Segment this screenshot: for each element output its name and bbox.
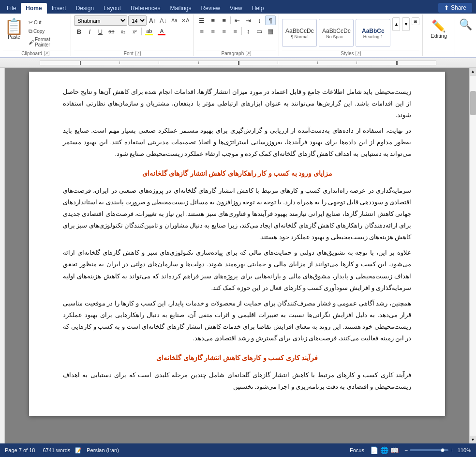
subscript-button[interactable]: x₂: [118, 27, 128, 36]
multilevel-button[interactable]: ≡: [219, 15, 229, 25]
font-color-button[interactable]: A: [156, 27, 167, 36]
search-icon: 🔍: [459, 18, 472, 31]
ruler: [0, 58, 476, 68]
styles-expand-icon[interactable]: ↗: [356, 51, 361, 56]
style-normal[interactable]: AaBbCcDc ¶ Normal: [282, 19, 317, 47]
paragraph-6: فرآیند کاری کسب و کارهای مرتبط با کاهش ا…: [63, 369, 411, 393]
align-left-button[interactable]: ≡: [196, 26, 207, 36]
cut-button[interactable]: ✂Cut: [26, 18, 68, 27]
font-group: Shabnam 14 A↑ A↓ Aa ✕A B I U ab x₂ x² ab…: [71, 15, 193, 56]
word-count: 6741 words: [43, 447, 70, 453]
tab-insert[interactable]: Insert: [47, 3, 71, 14]
zoom-controls: − + 110%: [404, 447, 471, 454]
paragraph-3: سرمایه‌گذاری در عرصه راه‌اندازی کسب و کا…: [63, 185, 411, 243]
proofing-icon[interactable]: 📝: [75, 447, 82, 454]
zoom-slider-track[interactable]: [410, 449, 448, 451]
line-spacing-button[interactable]: ↕: [243, 26, 253, 36]
paragraph-1: زیست‌محیطی باید شامل اطلاعات جامع و قابل…: [63, 86, 411, 121]
superscript-button[interactable]: x²: [129, 27, 140, 36]
styles-scroll-up[interactable]: ▲: [392, 17, 400, 31]
font-clear-button[interactable]: ✕A: [180, 16, 190, 26]
paste-button[interactable]: 📋 Paste: [3, 16, 25, 45]
numbering-button[interactable]: ≡: [208, 15, 218, 25]
style-heading1[interactable]: AaBbCc Heading 1: [356, 19, 390, 47]
underline-button[interactable]: U: [95, 27, 105, 36]
tab-references[interactable]: References: [126, 3, 165, 14]
sort-button[interactable]: ↕: [254, 15, 265, 25]
strikethrough-button[interactable]: ab: [106, 27, 117, 36]
heading-1: مزایای ورود به کسب و کار راهکارهای کاهش …: [63, 168, 411, 180]
ribbon-tabs-bar: File Home Insert Design Layout Reference…: [0, 0, 476, 14]
tab-view[interactable]: View: [225, 3, 247, 14]
web-view-button[interactable]: 🌐: [380, 446, 388, 454]
font-size-select[interactable]: 14: [128, 15, 147, 26]
heading-2: فرآیند کاری کسب و کارهای کاهش انتشار گاز…: [63, 352, 411, 365]
read-view-button[interactable]: 📖: [390, 446, 399, 454]
focus-button[interactable]: Focus: [350, 447, 364, 453]
font-case-button[interactable]: Aa: [169, 16, 179, 26]
tab-review[interactable]: Review: [196, 3, 224, 14]
borders-button[interactable]: ▦: [265, 26, 276, 36]
align-right-button[interactable]: ≡: [219, 26, 229, 36]
scroll-up-arrow[interactable]: ▲: [470, 68, 476, 76]
share-button[interactable]: ⬆ Share: [438, 3, 472, 13]
view-modes: 📄 🌐 📖: [370, 446, 399, 454]
copy-button[interactable]: ⧉Copy: [26, 27, 68, 35]
paragraph-2: در نهایت، استفاده از داده‌های به‌دست‌آمد…: [63, 125, 411, 160]
clipboard-group: 📋 Paste ✂Cut ⧉Copy 🖌Format Painter Clipb…: [0, 15, 71, 56]
shading-button[interactable]: ▭: [254, 26, 265, 36]
bullets-button[interactable]: ☰: [196, 15, 207, 25]
zoom-in-button[interactable]: +: [450, 447, 454, 454]
paragraph-group: ☰ ≡ ≡ ⇤ ⇥ ↕ ¶ ≡ ≡ ≡ ≡ ↕ ▭ ▦ Paragraph ↗: [193, 15, 279, 56]
zoom-out-button[interactable]: −: [404, 447, 408, 454]
document-scroll-area[interactable]: زیست‌محیطی باید شامل اطلاعات جامع و قابل…: [5, 68, 469, 443]
styles-scroll-down[interactable]: ▼: [402, 17, 410, 31]
increase-indent-button[interactable]: ⇥: [243, 15, 253, 25]
scroll-down-arrow[interactable]: ▼: [470, 436, 476, 443]
font-family-select[interactable]: Shabnam: [74, 15, 127, 26]
show-marks-button[interactable]: ¶: [265, 15, 276, 25]
styles-group: AaBbCcDc ¶ Normal AaBbCcDc No Spac... Aa…: [279, 15, 423, 56]
styles-group-label: Styles ↗: [282, 50, 419, 56]
align-center-button[interactable]: ≡: [208, 26, 218, 36]
tab-file[interactable]: File: [2, 3, 21, 14]
scroll-thumb[interactable]: [470, 91, 476, 115]
paragraph-4: علاوه بر این، با توجه به تشویق‌های دولتی…: [63, 247, 411, 293]
status-bar: Page 7 of 18 6741 words 📝 Persian (Iran)…: [0, 443, 476, 457]
clipboard-group-label: Clipboard ↗: [3, 50, 68, 56]
tab-mailings[interactable]: Mailings: [165, 3, 196, 14]
decrease-indent-button[interactable]: ⇤: [232, 15, 242, 25]
tab-layout[interactable]: Layout: [99, 3, 126, 14]
tab-design[interactable]: Design: [71, 3, 99, 14]
style-no-spacing[interactable]: AaBbCcDc No Spac...: [319, 19, 354, 47]
clipboard-expand-icon[interactable]: ↗: [44, 51, 49, 56]
tab-help[interactable]: Help: [247, 3, 269, 14]
document-page: زیست‌محیطی باید شامل اطلاعات جامع و قابل…: [29, 72, 445, 416]
editing-button[interactable]: ✏️ Editing: [428, 17, 450, 41]
font-group-label: Font ↗: [74, 50, 190, 56]
share-icon: ⬆: [444, 4, 449, 11]
vertical-scroll-indicator: [0, 68, 5, 443]
language-info[interactable]: Persian (Iran): [87, 447, 119, 453]
page-info: Page 7 of 18: [5, 447, 35, 453]
search-button[interactable]: 🔍: [455, 15, 476, 56]
paragraph-5: همچنین، رشد آگاهی عمومی و فشار مصرف‌کنند…: [63, 298, 411, 344]
paragraph-group-label: Paragraph ↗: [196, 50, 276, 56]
italic-button[interactable]: I: [85, 27, 94, 36]
zoom-level: 110%: [456, 447, 471, 453]
justify-button[interactable]: ≡: [230, 26, 240, 36]
styles-expand-arrow[interactable]: ⊞: [412, 17, 419, 25]
font-expand-icon[interactable]: ↗: [135, 51, 141, 56]
highlight-button[interactable]: ab: [143, 27, 155, 36]
paragraph-expand-icon[interactable]: ↗: [246, 51, 251, 56]
format-painter-button[interactable]: 🖌Format Painter: [26, 36, 68, 48]
print-view-button[interactable]: 📄: [370, 446, 378, 454]
bold-button[interactable]: B: [74, 27, 84, 36]
font-shrink-button[interactable]: A↓: [158, 16, 168, 26]
document-area: زیست‌محیطی باید شامل اطلاعات جامع و قابل…: [0, 68, 476, 443]
font-grow-button[interactable]: A↑: [148, 16, 157, 26]
ribbon-body: 📋 Paste ✂Cut ⧉Copy 🖌Format Painter Clipb…: [0, 14, 476, 58]
vertical-scrollbar[interactable]: ▲ ▼: [469, 68, 476, 443]
tab-home[interactable]: Home: [21, 3, 46, 14]
scroll-track: [470, 76, 476, 436]
